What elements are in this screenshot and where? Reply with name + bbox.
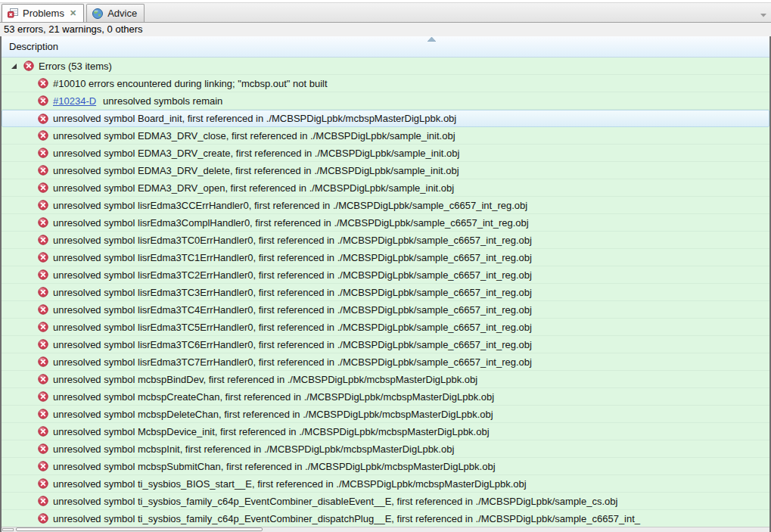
problem-row[interactable]: #10234-Dunresolved symbols remain <box>2 92 769 110</box>
scrollbar-left-button[interactable] <box>2 528 14 531</box>
problem-description: unresolved symbol lisrEdma3CCErrHandler0… <box>53 200 527 211</box>
error-icon <box>38 304 48 315</box>
problem-row[interactable]: unresolved symbol lisrEdma3TC2ErrHandler… <box>2 266 769 284</box>
error-icon <box>38 391 48 402</box>
error-icon <box>38 426 48 437</box>
column-header-label: Description <box>9 41 58 52</box>
problem-description: unresolved symbol lisrEdma3TC7ErrHandler… <box>53 356 532 368</box>
error-id-link[interactable]: #10234-D <box>53 95 96 107</box>
problem-row[interactable]: unresolved symbol ti_sysbios_family_c64p… <box>2 510 769 527</box>
close-icon[interactable]: ✕ <box>70 8 76 18</box>
error-icon <box>38 78 48 89</box>
problem-row[interactable]: unresolved symbol lisrEdma3CCErrHandler0… <box>2 197 769 214</box>
problem-row[interactable]: unresolved symbol EDMA3_DRV_close, first… <box>2 127 769 145</box>
error-icon <box>38 443 48 454</box>
error-icon <box>38 269 48 280</box>
error-icon <box>38 287 48 297</box>
problem-description: unresolved symbol lisrEdma3TC6ErrHandler… <box>53 339 532 350</box>
problem-row[interactable]: unresolved symbol lisrEdma3TC0ErrHandler… <box>2 232 769 249</box>
error-icon <box>38 130 48 141</box>
problems-panel: Description Errors (53 items)#10010 erro… <box>0 36 771 532</box>
problems-icon <box>7 8 19 20</box>
problem-description: unresolved symbol lisrEdma3TC1ErrHandler… <box>53 252 532 263</box>
problem-row[interactable]: unresolved symbol mcbspSubmitChan, first… <box>2 458 769 475</box>
problem-row[interactable]: unresolved symbol lisrEdma3TC5ErrHandler… <box>2 319 769 336</box>
problem-description: unresolved symbol lisrEdma3TC5ErrHandler… <box>53 322 532 333</box>
problems-tree: Errors (53 items)#10010 errors encounter… <box>2 58 769 527</box>
tab-problems[interactable]: Problems ✕ <box>2 4 84 22</box>
sort-ascending-icon <box>427 37 436 42</box>
error-icon <box>38 252 48 263</box>
problem-description: unresolved symbol mcbspCreateChan, first… <box>53 391 494 403</box>
scrollbar-thumb[interactable] <box>16 527 263 531</box>
tab-advice[interactable]: Advice <box>86 4 145 22</box>
view-menu-icon[interactable] <box>760 8 767 21</box>
problem-description: unresolved symbol lisrEdma3TC2ErrHandler… <box>53 269 532 281</box>
error-icon <box>38 374 48 384</box>
error-icon <box>38 339 48 350</box>
error-icon <box>38 148 48 158</box>
problem-row[interactable]: unresolved symbol lisrEdma3TC1ErrHandler… <box>2 249 769 266</box>
error-icon <box>38 409 48 419</box>
problem-description: unresolved symbols remain <box>103 95 222 107</box>
errors-group-row[interactable]: Errors (53 items) <box>2 58 769 75</box>
error-icon <box>23 61 34 71</box>
problem-row[interactable]: unresolved symbol lisrEdma3TC7ErrHandler… <box>2 353 769 371</box>
error-icon <box>38 461 48 471</box>
errors-group-label: Errors (53 items) <box>39 61 112 72</box>
problem-row[interactable]: unresolved symbol lisrEdma3TC4ErrHandler… <box>2 301 769 319</box>
error-icon <box>38 496 48 506</box>
error-icon <box>38 200 48 210</box>
view-tabbar: Problems ✕ Advice <box>0 2 771 23</box>
problem-description: unresolved symbol mcbspInit, first refer… <box>53 443 454 455</box>
problem-row[interactable]: unresolved symbol lisrEdma3TC3ErrHandler… <box>2 284 769 301</box>
problem-row[interactable]: unresolved symbol mcbspDeleteChan, first… <box>2 406 769 423</box>
error-icon <box>38 217 48 228</box>
problem-row[interactable]: unresolved symbol mcbspCreateChan, first… <box>2 388 769 406</box>
error-icon <box>38 356 48 367</box>
problem-description: unresolved symbol ti_sysbios_family_c64p… <box>53 513 640 524</box>
problem-description: unresolved symbol lisrEdma3TC4ErrHandler… <box>53 304 532 316</box>
problem-description: unresolved symbol lisrEdma3ComplHandler0… <box>53 217 529 229</box>
error-icon <box>38 513 48 524</box>
problem-row[interactable]: unresolved symbol EDMA3_DRV_create, firs… <box>2 145 769 162</box>
error-icon <box>38 235 48 245</box>
problem-description: unresolved symbol EDMA3_DRV_delete, firs… <box>53 165 459 176</box>
problem-description: unresolved symbol mcbspDeleteChan, first… <box>53 409 493 420</box>
problem-row[interactable]: unresolved symbol ti_sysbios_BIOS_start_… <box>2 475 769 493</box>
problem-row[interactable]: unresolved symbol EDMA3_DRV_delete, firs… <box>2 162 769 179</box>
tab-problems-label: Problems <box>23 8 64 19</box>
tab-advice-label: Advice <box>107 8 137 19</box>
expand-twisty-icon[interactable] <box>11 63 17 70</box>
problem-description: unresolved symbol EDMA3_DRV_open, first … <box>53 182 454 194</box>
problem-description: unresolved symbol Board_init, first refe… <box>53 113 456 124</box>
problem-row[interactable]: unresolved symbol McbspDevice_init, firs… <box>2 423 769 440</box>
error-icon <box>38 478 48 489</box>
problem-description: unresolved symbol ti_sysbios_family_c64p… <box>53 496 617 507</box>
problem-description: unresolved symbol ti_sysbios_BIOS_start_… <box>53 478 527 490</box>
problem-row[interactable]: unresolved symbol mcbspBindDev, first re… <box>2 371 769 388</box>
problem-description: unresolved symbol mcbspSubmitChan, first… <box>53 461 496 472</box>
problem-description: unresolved symbol EDMA3_DRV_close, first… <box>53 130 455 142</box>
problem-description: unresolved symbol lisrEdma3TC0ErrHandler… <box>53 235 532 246</box>
globe-icon <box>92 8 104 20</box>
error-icon <box>38 322 48 332</box>
problem-row[interactable]: unresolved symbol lisrEdma3ComplHandler0… <box>2 214 769 232</box>
problem-row[interactable]: unresolved symbol mcbspInit, first refer… <box>2 440 769 458</box>
error-icon <box>38 114 48 124</box>
problem-row[interactable]: unresolved symbol Board_init, first refe… <box>2 110 769 127</box>
problem-description: unresolved symbol McbspDevice_init, firs… <box>53 426 490 437</box>
column-header-description[interactable]: Description <box>2 36 769 58</box>
horizontal-scrollbar[interactable] <box>2 527 769 532</box>
problem-description: #10010 errors encountered during linking… <box>53 78 328 89</box>
problem-row[interactable]: unresolved symbol lisrEdma3TC6ErrHandler… <box>2 336 769 353</box>
problem-row[interactable]: unresolved symbol ti_sysbios_family_c64p… <box>2 493 769 510</box>
problem-row[interactable]: #10010 errors encountered during linking… <box>2 75 769 92</box>
problem-description: unresolved symbol EDMA3_DRV_create, firs… <box>53 148 459 159</box>
problem-row[interactable]: unresolved symbol EDMA3_DRV_open, first … <box>2 179 769 197</box>
error-icon <box>38 182 48 193</box>
error-icon <box>38 165 48 176</box>
error-icon <box>38 95 48 106</box>
summary-bar: 53 errors, 21 warnings, 0 others <box>0 23 771 37</box>
problem-description: unresolved symbol mcbspBindDev, first re… <box>53 374 477 385</box>
